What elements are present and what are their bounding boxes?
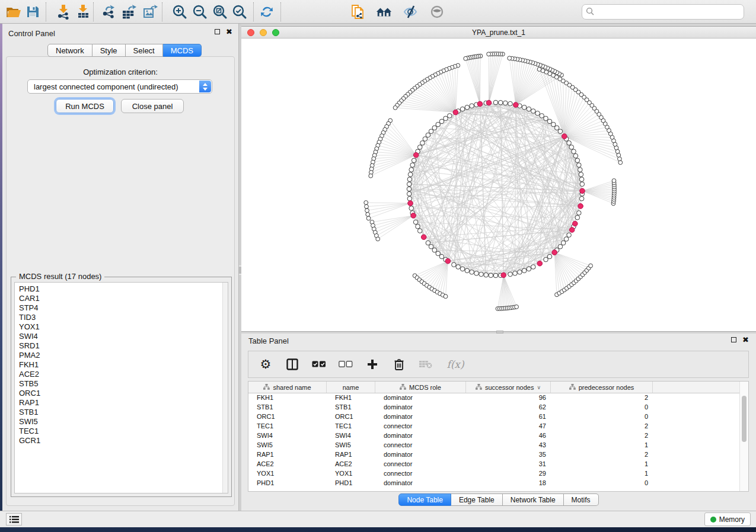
- open-file-icon[interactable]: [5, 4, 22, 20]
- mcds-result-item[interactable]: TID3: [19, 313, 228, 322]
- save-session-icon[interactable]: [24, 4, 41, 20]
- mcds-result-item[interactable]: SRD1: [19, 341, 228, 351]
- table-cell: 31: [466, 460, 551, 469]
- zoom-in-icon[interactable]: [171, 4, 188, 20]
- tab-network[interactable]: Network: [47, 44, 92, 57]
- hide-annotations-icon[interactable]: [402, 4, 419, 20]
- network-window-titlebar[interactable]: YPA_prune.txt_1: [241, 27, 756, 39]
- table-row[interactable]: SWI4SWI4dominator462: [248, 431, 748, 441]
- table-cell: dominator: [375, 393, 466, 403]
- tab-mcds[interactable]: MCDS: [163, 44, 202, 57]
- mcds-result-item[interactable]: TEC1: [19, 427, 228, 436]
- list-scrollbar-track[interactable]: [222, 283, 228, 493]
- zoom-selected-icon[interactable]: [231, 4, 248, 20]
- show-columns-icon[interactable]: [285, 357, 299, 371]
- close-panel-icon[interactable]: ✖: [742, 337, 749, 342]
- mcds-result-item[interactable]: STB1: [19, 408, 228, 417]
- table-row[interactable]: ORC1ORC1dominator610: [248, 412, 748, 422]
- mcds-panel: Optimization criterion: largest connecte…: [6, 56, 235, 506]
- table-scrollbar-thumb[interactable]: [742, 396, 747, 442]
- search-input[interactable]: [582, 4, 744, 20]
- toolbar-separator: [280, 2, 281, 21]
- mcds-result-item[interactable]: CAR1: [19, 294, 228, 303]
- column-header-filler: [653, 382, 748, 393]
- zoom-out-icon[interactable]: [192, 4, 208, 20]
- table-cell: SWI5: [248, 441, 327, 450]
- network-canvas[interactable]: [241, 39, 756, 331]
- delete-table-icon: [419, 357, 433, 371]
- column-header-successor-nodes[interactable]: successor nodes∨: [466, 382, 551, 393]
- close-panel-icon[interactable]: ✖: [226, 29, 232, 34]
- table-row[interactable]: PHD1PHD1dominator180: [248, 479, 748, 488]
- mcds-result-item[interactable]: STP4: [19, 303, 228, 313]
- run-mcds-button[interactable]: Run MCDS: [56, 99, 114, 113]
- column-header-name[interactable]: name: [327, 382, 375, 393]
- table-cell: FKH1: [327, 393, 375, 403]
- memory-label: Memory: [719, 515, 745, 524]
- tab-node-table[interactable]: Node Table: [398, 493, 451, 506]
- mcds-result-item[interactable]: PMA2: [19, 351, 228, 360]
- export-table-icon[interactable]: [120, 4, 137, 20]
- mcds-result-item[interactable]: RAP1: [19, 398, 228, 408]
- column-header-MCDS-role[interactable]: MCDS role: [375, 382, 466, 393]
- add-column-icon[interactable]: [365, 357, 379, 371]
- mcds-result-item[interactable]: STB5: [19, 379, 228, 389]
- table-cell: 62: [466, 403, 551, 412]
- export-network-icon[interactable]: [100, 4, 117, 20]
- mcds-result-item[interactable]: SWI5: [19, 417, 228, 427]
- tab-edge-table[interactable]: Edge Table: [451, 493, 503, 506]
- zoom-fit-icon[interactable]: [212, 4, 228, 20]
- node-table[interactable]: shared namenameMCDS rolesuccessor nodes∨…: [248, 381, 749, 492]
- tab-network-table[interactable]: Network Table: [503, 493, 564, 506]
- float-panel-icon[interactable]: [215, 29, 220, 34]
- mcds-result-item[interactable]: FKH1: [19, 360, 228, 370]
- mcds-result-item[interactable]: PHD1: [19, 284, 228, 294]
- table-row[interactable]: SWI5SWI5connector431: [248, 441, 748, 450]
- table-row[interactable]: TEC1TEC1connector472: [248, 422, 748, 431]
- clone-network-icon[interactable]: [349, 4, 366, 20]
- deselect-all-icon[interactable]: [339, 357, 353, 371]
- delete-column-icon[interactable]: [392, 357, 406, 371]
- table-cell: 29: [466, 469, 551, 479]
- table-row[interactable]: STB1STB1dominator620: [248, 403, 748, 412]
- tab-motifs[interactable]: Motifs: [564, 493, 599, 506]
- select-all-icon[interactable]: [312, 357, 326, 371]
- table-settings-icon[interactable]: ⚙: [259, 357, 273, 371]
- import-table-icon[interactable]: [75, 4, 91, 20]
- close-panel-button[interactable]: Close panel: [121, 99, 184, 113]
- column-header-shared-name[interactable]: shared name: [248, 382, 327, 393]
- table-cell: FKH1: [248, 393, 327, 403]
- function-builder-icon: f(x): [445, 357, 465, 371]
- table-scrollbar-track[interactable]: [739, 382, 748, 491]
- table-row[interactable]: FKH1FKH1dominator962: [248, 393, 748, 403]
- refresh-icon[interactable]: [259, 4, 275, 20]
- mcds-result-item[interactable]: ACE2: [19, 370, 228, 379]
- control-panel: Control Panel ✖ NetworkStyleSelectMCDS O…: [2, 24, 239, 511]
- mcds-result-list[interactable]: PHD1CAR1STP4TID3YOX1SWI4SRD1PMA2FKH1ACE2…: [14, 282, 228, 493]
- task-history-button[interactable]: [6, 513, 22, 525]
- mcds-result-item[interactable]: YOX1: [19, 322, 228, 332]
- table-row[interactable]: ACE2ACE2connector311: [248, 460, 748, 469]
- mcds-result-item[interactable]: ORC1: [19, 389, 228, 398]
- column-header-predecessor-nodes[interactable]: predecessor nodes: [551, 382, 653, 393]
- optimization-select[interactable]: largest connected component (undirected): [27, 79, 212, 94]
- mcds-result-item[interactable]: GCR1: [19, 436, 228, 446]
- table-cell: ACE2: [248, 460, 327, 469]
- float-panel-icon[interactable]: [731, 337, 736, 342]
- table-row[interactable]: RAP1RAP1dominator352: [248, 450, 748, 460]
- table-row[interactable]: YOX1YOX1connector291: [248, 469, 748, 479]
- memory-button[interactable]: Memory: [704, 512, 751, 526]
- table-cell: dominator: [375, 412, 466, 422]
- home-icon[interactable]: [376, 4, 393, 20]
- show-view-icon[interactable]: [429, 4, 445, 20]
- status-bar: Memory: [0, 511, 756, 527]
- tab-select[interactable]: Select: [126, 44, 163, 57]
- tab-style[interactable]: Style: [92, 44, 126, 57]
- network-graph[interactable]: [241, 39, 756, 332]
- export-image-icon[interactable]: [142, 4, 158, 20]
- mcds-result-item[interactable]: SWI4: [19, 332, 228, 341]
- import-network-icon[interactable]: [55, 4, 72, 20]
- table-cell: connector: [375, 460, 466, 469]
- table-cell: 2: [551, 450, 653, 460]
- table-cell: ACE2: [327, 460, 375, 469]
